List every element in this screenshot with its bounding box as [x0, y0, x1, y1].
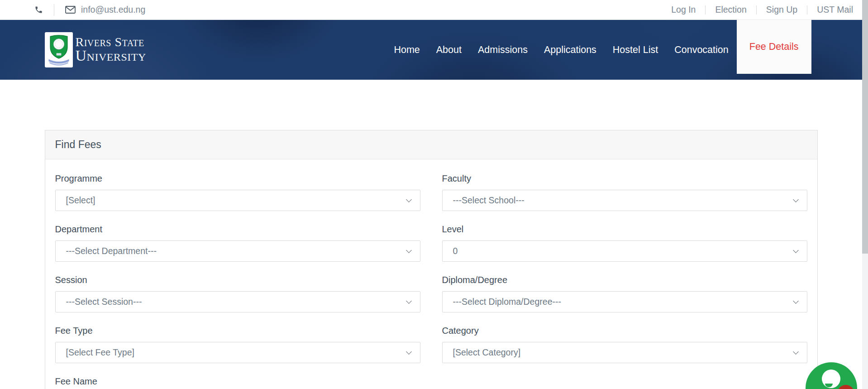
brand-name: Rivers State University — [76, 36, 146, 63]
topbar-separator — [756, 5, 757, 14]
level-field: Level 0 — [442, 223, 807, 262]
nav-fee-details[interactable]: Fee Details — [737, 20, 811, 74]
phone-icon — [34, 5, 43, 14]
find-fees-form: Programme [Select] Faculty ---Select Sch… — [45, 159, 817, 389]
chevron-down-icon — [793, 349, 799, 355]
programme-select-value: [Select] — [66, 195, 95, 206]
signup-link[interactable]: Sign Up — [766, 5, 797, 15]
topbar-links: Log In Election Sign Up UST Mail — [671, 5, 853, 15]
fee-type-label: Fee Type — [55, 325, 420, 336]
programme-label: Programme — [55, 173, 420, 184]
faculty-field: Faculty ---Select School--- — [442, 173, 807, 211]
category-field: Category [Select Category] — [442, 325, 807, 363]
ust-mail-link[interactable]: UST Mail — [817, 5, 853, 15]
programme-field: Programme [Select] — [55, 173, 420, 211]
faculty-label: Faculty — [442, 173, 807, 184]
vertical-scrollbar[interactable] — [862, 0, 868, 389]
programme-select[interactable]: [Select] — [55, 190, 420, 211]
page: info@ust.edu.ng Log In Election Sign Up … — [0, 0, 862, 389]
scrollbar-thumb[interactable] — [862, 0, 868, 254]
nav-convocation[interactable]: Convocation — [666, 44, 737, 56]
nav-applications[interactable]: Applications — [536, 44, 605, 56]
university-crest-icon — [45, 32, 73, 67]
email-link[interactable]: info@ust.edu.ng — [81, 5, 145, 15]
faculty-select[interactable]: ---Select School--- — [442, 190, 807, 211]
session-label: Session — [55, 274, 420, 286]
nav-about[interactable]: About — [428, 44, 470, 56]
category-select[interactable]: [Select Category] — [442, 342, 807, 363]
session-field: Session ---Select Session--- — [55, 274, 420, 312]
department-select-value: ---Select Department--- — [66, 246, 157, 256]
mail-icon — [65, 6, 76, 14]
fee-name-field: Fee Name — [55, 375, 420, 389]
chevron-down-icon — [406, 197, 412, 202]
department-field: Department ---Select Department--- — [55, 223, 420, 262]
nav-home[interactable]: Home — [386, 44, 428, 56]
fee-name-label: Fee Name — [55, 375, 420, 387]
topbar-divider — [54, 4, 54, 16]
election-link[interactable]: Election — [715, 5, 746, 15]
chevron-down-icon — [793, 298, 799, 304]
session-select-value: ---Select Session--- — [66, 297, 142, 307]
category-select-value: [Select Category] — [453, 347, 521, 358]
faculty-select-value: ---Select School--- — [453, 195, 525, 206]
session-select[interactable]: ---Select Session--- — [55, 291, 420, 312]
fee-type-field: Fee Type [Select Fee Type] — [55, 325, 420, 363]
diploma-degree-field: Diploma/Degree ---Select Diploma/Degree-… — [442, 274, 807, 312]
chevron-down-icon — [793, 197, 799, 202]
chevron-down-icon — [793, 247, 799, 253]
topbar: info@ust.edu.ng Log In Election Sign Up … — [0, 0, 862, 20]
topbar-separator — [705, 5, 706, 14]
category-label: Category — [442, 325, 807, 336]
diploma-degree-select[interactable]: ---Select Diploma/Degree--- — [442, 291, 807, 312]
chat-widget[interactable] — [806, 362, 857, 389]
chevron-down-icon — [406, 349, 412, 355]
level-select[interactable]: 0 — [442, 240, 807, 262]
main-nav: Home About Admissions Applications Hoste… — [386, 20, 811, 80]
department-label: Department — [55, 223, 420, 235]
fee-type-select-value: [Select Fee Type] — [66, 347, 134, 358]
nav-hostel-list[interactable]: Hostel List — [605, 44, 666, 56]
brand-logo[interactable]: Rivers State University — [45, 32, 146, 67]
panel-title: Find Fees — [45, 130, 817, 159]
chevron-down-icon — [406, 247, 412, 253]
topbar-separator — [807, 5, 807, 14]
diploma-degree-label: Diploma/Degree — [442, 274, 807, 286]
main-content: Find Fees Programme [Select] Faculty ---… — [0, 130, 862, 389]
find-fees-panel: Find Fees Programme [Select] Faculty ---… — [45, 130, 818, 389]
login-link[interactable]: Log In — [671, 5, 696, 15]
department-select[interactable]: ---Select Department--- — [55, 240, 420, 262]
main-navbar: Rivers State University Home About Admis… — [0, 20, 862, 80]
brand-line2: University — [76, 48, 146, 64]
chevron-down-icon — [406, 298, 412, 304]
fee-type-select[interactable]: [Select Fee Type] — [55, 342, 420, 363]
diploma-degree-select-value: ---Select Diploma/Degree--- — [453, 297, 561, 307]
topbar-contact: info@ust.edu.ng — [34, 4, 145, 16]
level-select-value: 0 — [453, 246, 458, 256]
level-label: Level — [442, 223, 807, 235]
nav-admissions[interactable]: Admissions — [470, 44, 536, 56]
